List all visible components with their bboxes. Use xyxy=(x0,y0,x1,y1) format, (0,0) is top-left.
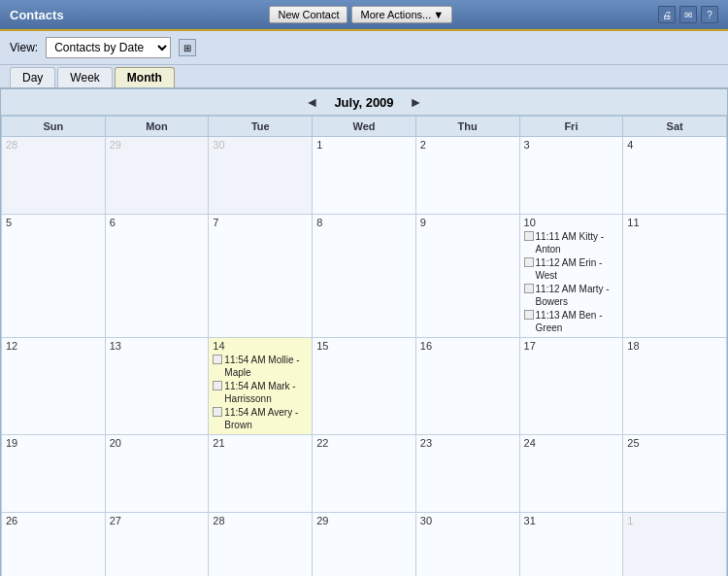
event-item[interactable]: 11:12 AM Marty - Bowers xyxy=(524,283,619,308)
calendar-cell[interactable]: 13 xyxy=(105,338,209,435)
calendar-cell[interactable]: 22 xyxy=(313,435,416,513)
tab-month[interactable]: Month xyxy=(115,67,175,87)
copy-icon[interactable]: ⊞ xyxy=(179,39,196,56)
calendar-cell[interactable]: 3 xyxy=(519,137,623,215)
calendar-cell[interactable]: 24 xyxy=(519,435,623,513)
day-number: 13 xyxy=(110,340,205,352)
calendar-cell[interactable]: 6 xyxy=(105,215,209,338)
calendar-cell[interactable]: 25 xyxy=(623,435,727,513)
day-number: 16 xyxy=(420,340,515,352)
col-header-sat: Sat xyxy=(623,117,727,137)
event-item[interactable]: 11:12 AM Erin - West xyxy=(524,256,619,282)
calendar-cell[interactable]: 15 xyxy=(313,338,416,435)
tab-week[interactable]: Week xyxy=(57,67,112,87)
calendar-cell[interactable]: 27 xyxy=(105,513,209,577)
calendar-cell[interactable]: 21 xyxy=(209,435,313,513)
calendar-week-row: 2829301234 xyxy=(2,137,727,215)
day-number: 9 xyxy=(420,217,515,228)
event-item[interactable]: 11:11 AM Kitty - Anton xyxy=(524,230,619,255)
day-number: 28 xyxy=(213,515,308,526)
event-text: 11:13 AM Ben - Green xyxy=(536,309,619,334)
event-item[interactable]: 11:13 AM Ben - Green xyxy=(524,309,619,334)
print-icon[interactable]: 🖨 xyxy=(658,6,676,23)
calendar-cell[interactable]: 9 xyxy=(415,215,519,338)
event-icon xyxy=(524,310,534,320)
calendar-cell[interactable]: 4 xyxy=(623,137,727,215)
help-icon[interactable]: ? xyxy=(701,6,718,23)
event-item[interactable]: 11:54 AM Mollie - Maple xyxy=(213,354,308,379)
day-number: 28 xyxy=(6,139,101,151)
calendar-cell[interactable]: 30 xyxy=(415,513,519,577)
calendar-cell[interactable]: 16 xyxy=(415,338,519,435)
day-number: 5 xyxy=(6,217,101,228)
calendar-cell[interactable]: 29 xyxy=(313,513,416,577)
event-text: 11:54 AM Mark - Harrissonn xyxy=(224,380,308,405)
calendar-cell[interactable]: 30 xyxy=(209,137,313,215)
event-text: 11:54 AM Avery - Brown xyxy=(224,406,308,431)
day-number: 25 xyxy=(627,437,722,449)
day-number: 19 xyxy=(6,437,101,449)
calendar-cell[interactable]: 18 xyxy=(623,338,727,435)
event-item[interactable]: 11:54 AM Mark - Harrissonn xyxy=(213,380,308,405)
calendar-cell[interactable]: 17 xyxy=(519,338,623,435)
calendar-cell[interactable]: 23 xyxy=(415,435,519,513)
col-header-wed: Wed xyxy=(313,117,416,137)
day-number: 30 xyxy=(420,515,515,526)
day-number: 26 xyxy=(6,515,101,526)
calendar-cell[interactable]: 28 xyxy=(2,137,106,215)
calendar-cell[interactable]: 5 xyxy=(2,215,106,338)
calendar-header-row: Sun Mon Tue Wed Thu Fri Sat xyxy=(2,117,727,137)
calendar-cell[interactable]: 1 xyxy=(623,513,727,577)
calendar-cell[interactable]: 2 xyxy=(415,137,519,215)
day-number: 11 xyxy=(627,217,722,228)
day-number: 30 xyxy=(213,139,308,151)
calendar: ◄ July, 2009 ► Sun Mon Tue Wed Thu Fri S… xyxy=(0,88,728,576)
tab-bar: Day Week Month xyxy=(0,65,728,88)
new-contact-button[interactable]: New Contact xyxy=(269,6,347,23)
calendar-month-label: July, 2009 xyxy=(334,95,393,110)
day-number: 8 xyxy=(316,217,412,228)
day-number: 14 xyxy=(213,340,308,352)
calendar-cell[interactable]: 12 xyxy=(2,338,106,435)
more-actions-button[interactable]: More Actions... ▼ xyxy=(351,6,452,23)
calendar-cell[interactable]: 19 xyxy=(2,435,106,513)
view-label: View: xyxy=(10,41,38,54)
col-header-tue: Tue xyxy=(209,117,313,137)
calendar-nav: ◄ July, 2009 ► xyxy=(1,89,727,116)
event-icon xyxy=(213,407,222,417)
calendar-cell[interactable]: 1411:54 AM Mollie - Maple11:54 AM Mark -… xyxy=(209,338,313,435)
header-buttons: New Contact More Actions... ▼ xyxy=(269,6,452,23)
col-header-thu: Thu xyxy=(415,117,519,137)
event-text: 11:11 AM Kitty - Anton xyxy=(536,230,619,255)
day-number: 2 xyxy=(420,139,515,151)
calendar-cell[interactable]: 1011:11 AM Kitty - Anton11:12 AM Erin - … xyxy=(519,215,623,338)
event-icon xyxy=(524,231,534,241)
email-icon[interactable]: ✉ xyxy=(679,6,697,23)
calendar-week-row: 19202122232425 xyxy=(2,435,727,513)
calendar-cell[interactable]: 7 xyxy=(209,215,313,338)
app-header: Contacts New Contact More Actions... ▼ 🖨… xyxy=(0,0,728,31)
prev-month-button[interactable]: ◄ xyxy=(302,94,323,110)
view-select[interactable]: Contacts by Date Contacts by Name All Co… xyxy=(46,37,171,58)
calendar-cell[interactable]: 1 xyxy=(313,137,416,215)
calendar-cell[interactable]: 11 xyxy=(623,215,727,338)
tab-day[interactable]: Day xyxy=(10,67,55,87)
next-month-button[interactable]: ► xyxy=(406,94,427,110)
col-header-sun: Sun xyxy=(2,117,106,137)
calendar-cell[interactable]: 20 xyxy=(105,435,209,513)
calendar-week-row: 12131411:54 AM Mollie - Maple11:54 AM Ma… xyxy=(2,338,727,435)
day-number: 12 xyxy=(6,340,101,352)
calendar-cell[interactable]: 28 xyxy=(209,513,313,577)
event-item[interactable]: 11:54 AM Avery - Brown xyxy=(213,406,308,431)
event-text: 11:54 AM Mollie - Maple xyxy=(224,354,308,379)
calendar-cell[interactable]: 29 xyxy=(105,137,209,215)
day-number: 6 xyxy=(110,217,205,228)
day-number: 17 xyxy=(524,340,619,352)
calendar-cell[interactable]: 26 xyxy=(2,513,106,577)
calendar-cell[interactable]: 31 xyxy=(519,513,623,577)
day-number: 1 xyxy=(627,515,722,526)
header-icons: 🖨 ✉ ? xyxy=(658,6,718,23)
toolbar: View: Contacts by Date Contacts by Name … xyxy=(0,31,728,65)
calendar-cell[interactable]: 8 xyxy=(313,215,416,338)
app-title: Contacts xyxy=(10,8,64,22)
